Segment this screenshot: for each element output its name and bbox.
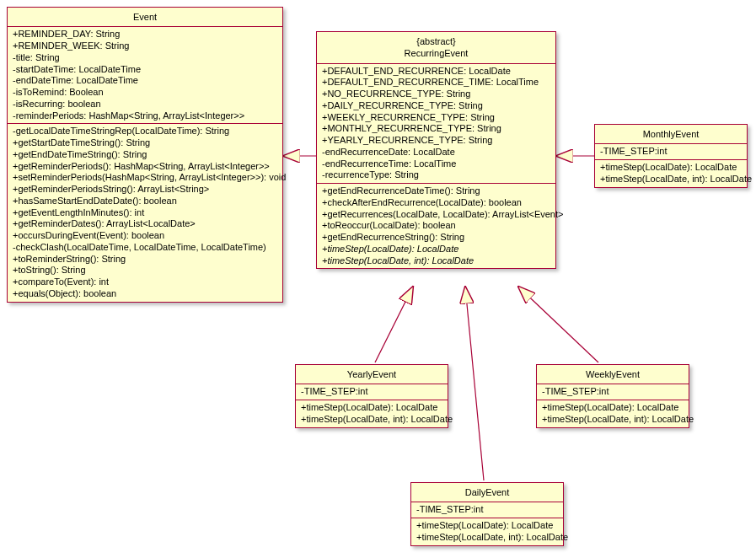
method-row: +timeStep(LocalDate): LocalDate — [301, 402, 442, 414]
field-row: -endRecurrenceTime: LocalTime — [322, 158, 550, 170]
field-row: +REMINDER_DAY: String — [13, 29, 277, 40]
svg-line-2 — [375, 287, 413, 362]
class-name: Event — [133, 12, 157, 22]
field-row: -TIME_STEP:int — [542, 386, 684, 398]
class-name: WeeklyEvent — [586, 369, 640, 379]
svg-line-3 — [518, 287, 598, 362]
field-row: -TIME_STEP:int — [600, 146, 742, 158]
method-row: +timeStep(LocalDate, int): LocalDate — [600, 174, 742, 185]
class-title: {abstract} RecurringEvent — [317, 32, 555, 64]
field-row: +DEFAULT_END_RECURRENCE_TIME: LocalTime — [322, 77, 550, 89]
field-row: +DAILY_RECURRENCE_TYPE: String — [322, 100, 550, 112]
methods-section: +timeStep(LocalDate): LocalDate+timeStep… — [411, 518, 563, 545]
class-title: DailyEvent — [411, 483, 563, 502]
class-daily-event: DailyEvent -TIME_STEP:int +timeStep(Loca… — [410, 482, 564, 546]
methods-section: +getEndRecurrenceDateTime(): String+chec… — [317, 184, 555, 268]
method-row: +getEndRecurrenceString(): String — [322, 232, 550, 244]
method-row: +getEndRecurrenceDateTime(): String — [322, 185, 550, 197]
method-row: +timeStep(LocalDate): LocalDate — [542, 402, 684, 414]
fields-section: -TIME_STEP:int — [296, 384, 448, 400]
methods-section: +timeStep(LocalDate): LocalDate+timeStep… — [595, 160, 747, 187]
class-name: MonthlyEvent — [643, 129, 700, 139]
method-row: +timeStep(LocalDate): LocalDate — [600, 162, 742, 174]
class-title: WeeklyEvent — [537, 365, 689, 384]
methods-section: +timeStep(LocalDate): LocalDate+timeStep… — [537, 400, 689, 427]
method-row: +checkAfterEndRecurrence(LocalDate): boo… — [322, 197, 550, 209]
fields-section: +DEFAULT_END_RECURRENCE: LocalDate+DEFAU… — [317, 64, 555, 185]
class-name: DailyEvent — [465, 487, 510, 497]
field-row: +MONTHLY_RECURRENCE_TYPE: String — [322, 123, 550, 135]
field-row: -endRecurrenceDate: LocalDate — [322, 147, 550, 158]
field-row: -TIME_STEP:int — [301, 386, 442, 398]
svg-line-4 — [465, 287, 484, 480]
class-name: RecurringEvent — [405, 48, 469, 58]
methods-section: +timeStep(LocalDate): LocalDate+timeStep… — [296, 400, 448, 427]
field-row: -reminderPeriods: HashMap<String, ArrayL… — [13, 110, 277, 122]
method-row: +getStartDateTimeString(): String — [13, 137, 277, 149]
class-recurring-event: {abstract} RecurringEvent +DEFAULT_END_R… — [316, 31, 556, 269]
method-row: +setReminderPeriods(HashMap<String, Arra… — [13, 172, 277, 184]
method-row: -checkClash(LocalDateTime, LocalDateTime… — [13, 242, 277, 254]
method-row: -getLocalDateTimeStringRep(LocalDateTime… — [13, 126, 277, 137]
class-yearly-event: YearlyEvent -TIME_STEP:int +timeStep(Loc… — [295, 364, 448, 428]
class-name: YearlyEvent — [347, 369, 396, 379]
method-row: +getEndDateTimeString(): String — [13, 149, 277, 161]
methods-section: -getLocalDateTimeStringRep(LocalDateTime… — [8, 124, 282, 301]
method-row: +timeStep(LocalDate, int): LocalDate — [416, 532, 558, 544]
field-row: +DEFAULT_END_RECURRENCE: LocalDate — [322, 66, 550, 78]
method-row: +toReoccur(LocalDate): boolean — [322, 220, 550, 232]
fields-section: -TIME_STEP:int — [411, 502, 563, 518]
class-title: YearlyEvent — [296, 365, 448, 384]
method-row: +hasSameStartEndDateDate(): boolean — [13, 196, 277, 207]
method-row: +equals(Object): boolean — [13, 288, 277, 300]
field-row: -isToRemind: Boolean — [13, 87, 277, 99]
method-row: +timeStep(LocalDate): LocalDate — [322, 244, 550, 255]
field-row: -isRecurring: boolean — [13, 99, 277, 110]
method-row: +toString(): String — [13, 265, 277, 276]
method-row: +getReminderPeriodsString(): ArrayList<S… — [13, 184, 277, 196]
method-row: +timeStep(LocalDate, int): LocalDate — [322, 255, 550, 267]
fields-section: -TIME_STEP:int — [595, 144, 747, 160]
class-stereotype: {abstract} — [322, 35, 550, 47]
method-row: +getReminderDates(): ArrayList<LocalDate… — [13, 218, 277, 230]
method-row: +timeStep(LocalDate, int): LocalDate — [542, 414, 684, 426]
class-title: MonthlyEvent — [595, 125, 747, 144]
method-row: +timeStep(LocalDate, int): LocalDate — [301, 414, 442, 426]
class-monthly-event: MonthlyEvent -TIME_STEP:int +timeStep(Lo… — [594, 124, 748, 188]
fields-section: -TIME_STEP:int — [537, 384, 689, 400]
method-row: +getRecurrences(LocalDate, LocalDate): A… — [322, 209, 550, 221]
method-row: +toReminderString(): String — [13, 254, 277, 266]
field-row: -TIME_STEP:int — [416, 504, 558, 516]
method-row: +occursDuringEvent(Event): boolean — [13, 230, 277, 242]
class-title: Event — [8, 8, 282, 27]
method-row: +compareTo(Event): int — [13, 276, 277, 288]
fields-section: +REMINDER_DAY: String+REMINDER_WEEK: Str… — [8, 27, 282, 124]
field-row: +YEARLY_RECURRENCE_TYPE: String — [322, 135, 550, 147]
field-row: -title: String — [13, 52, 277, 64]
field-row: -recurrenceType: String — [322, 169, 550, 181]
method-row: +getReminderPeriods(): HashMap<String, A… — [13, 161, 277, 173]
class-event: Event +REMINDER_DAY: String+REMINDER_WEE… — [7, 7, 283, 303]
field-row: -endDateTime: LocalDateTime — [13, 75, 277, 87]
class-weekly-event: WeeklyEvent -TIME_STEP:int +timeStep(Loc… — [536, 364, 689, 428]
field-row: +NO_RECURRENCE_TYPE: String — [322, 89, 550, 100]
field-row: +WEEKLY_RECURRENCE_TYPE: String — [322, 112, 550, 124]
method-row: +getEventLengthInMinutes(): int — [13, 207, 277, 219]
field-row: +REMINDER_WEEK: String — [13, 40, 277, 52]
method-row: +timeStep(LocalDate): LocalDate — [416, 520, 558, 532]
field-row: -startDateTime: LocalDateTime — [13, 64, 277, 76]
